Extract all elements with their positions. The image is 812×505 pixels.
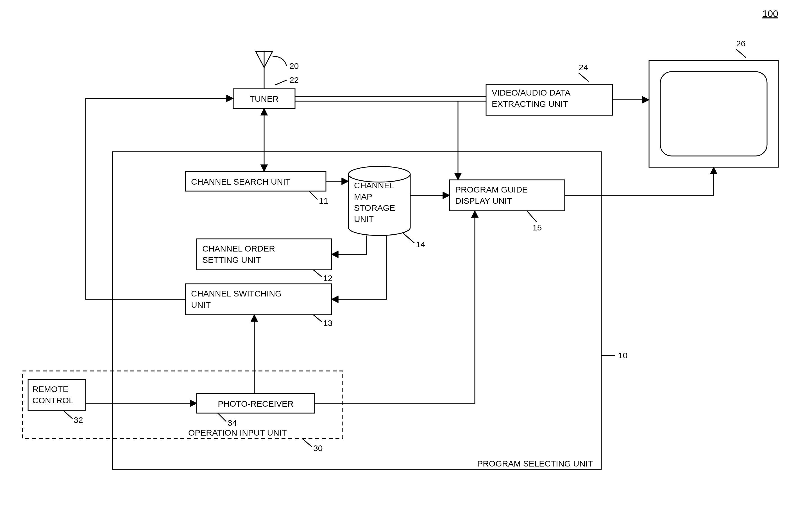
cms-l4: UNIT bbox=[354, 214, 374, 224]
psu-ref: 10 bbox=[618, 351, 627, 360]
figure-number: 100 bbox=[762, 8, 778, 19]
csu-ref: 11 bbox=[319, 196, 328, 205]
cos-ref: 12 bbox=[323, 274, 333, 283]
csu-label: CHANNEL SEARCH UNIT bbox=[191, 177, 290, 186]
svg-point-1 bbox=[348, 166, 410, 182]
photorx-ref: 34 bbox=[228, 418, 237, 428]
cms-l1: CHANNEL bbox=[354, 181, 394, 190]
videoaudio-ref: 24 bbox=[579, 63, 588, 72]
va-leader bbox=[579, 73, 589, 81]
tuner-ref: 22 bbox=[289, 75, 299, 85]
pgd-ref: 15 bbox=[533, 223, 542, 232]
photorx-label: PHOTO-RECEIVER bbox=[218, 399, 293, 408]
remote-ref: 32 bbox=[73, 415, 83, 425]
antenna-ref: 20 bbox=[289, 61, 299, 70]
tv-screen bbox=[660, 72, 767, 156]
videoaudio-label1: VIDEO/AUDIO DATA bbox=[492, 88, 571, 97]
remote-box bbox=[28, 379, 86, 410]
cms-ref: 14 bbox=[416, 240, 425, 249]
pgd-l1: PROGRAM GUIDE bbox=[455, 185, 528, 194]
videoaudio-label2: EXTRACTING UNIT bbox=[492, 99, 568, 109]
opinput-label: OPERATION INPUT UNIT bbox=[188, 428, 287, 437]
tuner-label: TUNER bbox=[249, 94, 278, 104]
remote-l1: REMOTE bbox=[32, 384, 68, 394]
tv-ref: 26 bbox=[736, 39, 746, 48]
cos-l2: SETTING UNIT bbox=[202, 255, 261, 265]
remote-l2: CONTROL bbox=[32, 396, 73, 405]
csw-box bbox=[185, 284, 332, 315]
antenna-leader bbox=[272, 56, 286, 66]
csw-l1: CHANNEL SWITCHING bbox=[191, 289, 281, 298]
cms-l3: STORAGE bbox=[354, 203, 395, 212]
antenna-icon bbox=[256, 50, 272, 84]
cos-l1: CHANNEL ORDER bbox=[202, 244, 275, 253]
csw-ref: 13 bbox=[323, 318, 333, 328]
opinput-ref: 30 bbox=[313, 444, 323, 453]
pgd-l2: DISPLAY UNIT bbox=[455, 196, 512, 205]
tuner-num-leader bbox=[275, 80, 286, 85]
cos-box bbox=[197, 239, 332, 270]
cms-l2: MAP bbox=[354, 192, 372, 201]
csw-l2: UNIT bbox=[191, 300, 211, 309]
psu-caption: PROGRAM SELECTING UNIT bbox=[477, 459, 593, 468]
pgd-box bbox=[449, 180, 565, 211]
tv-leader bbox=[736, 49, 746, 57]
remote-leader bbox=[63, 410, 72, 419]
